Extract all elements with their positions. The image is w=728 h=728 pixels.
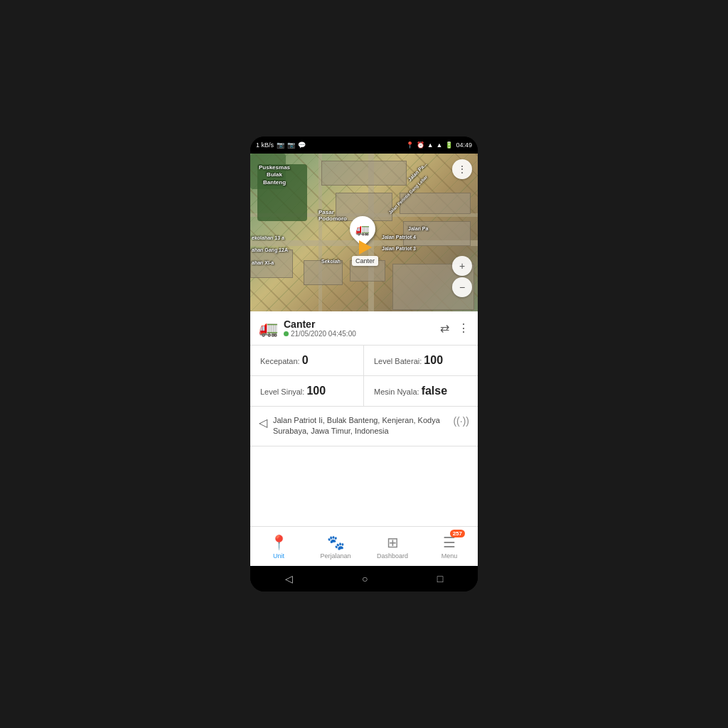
online-indicator bbox=[284, 331, 289, 336]
plus-icon: + bbox=[459, 260, 465, 272]
nav-dashboard-label: Dashboard bbox=[377, 552, 408, 560]
building-6 bbox=[304, 260, 343, 285]
zoom-controls: + − bbox=[452, 256, 472, 297]
vehicle-time: 21/05/2020 04:45:00 bbox=[284, 330, 440, 338]
instagram-icon: 📷 bbox=[277, 141, 284, 149]
stats-grid: Kecepatan: 0 Level Baterai: 100 Level Si… bbox=[250, 346, 478, 407]
nav-unit-label: Unit bbox=[273, 552, 284, 560]
stat-label-1: Level Baterai: bbox=[374, 357, 424, 365]
unit-icon: 📍 bbox=[270, 534, 288, 551]
stat-value-0: 0 bbox=[302, 354, 309, 366]
vehicle-info: Canter 21/05/2020 04:45:00 bbox=[284, 318, 440, 338]
menu-badge: 257 bbox=[450, 530, 465, 537]
map-label-xi: ahan XI-a bbox=[252, 260, 274, 265]
recents-button[interactable]: □ bbox=[437, 573, 443, 584]
minus-icon: − bbox=[459, 282, 465, 293]
nav-menu[interactable]: 257 ☰ Menu bbox=[421, 527, 478, 566]
android-nav: ◁ ○ □ bbox=[250, 566, 478, 592]
map-label-patriot4: Jalan Patriot 4 bbox=[382, 235, 416, 240]
more-options-icon[interactable]: ⋮ bbox=[458, 321, 469, 335]
building-3 bbox=[400, 193, 471, 214]
route-icon[interactable]: ⇄ bbox=[440, 321, 449, 335]
nav-dashboard[interactable]: ⊞ Dashboard bbox=[364, 527, 421, 566]
whatsapp-icon: 💬 bbox=[298, 141, 306, 149]
camera-icon: 📷 bbox=[287, 141, 295, 149]
map-label-sekolah: Sekolah bbox=[321, 259, 341, 264]
dashboard-icon: ⊞ bbox=[387, 534, 399, 551]
address-text: Jalan Patriot Ii, Bulak Banteng, Kenjera… bbox=[273, 415, 447, 437]
stat-sinyal: Level Sinyal: 100 bbox=[250, 376, 364, 406]
truck-icon: 🚛 bbox=[355, 223, 370, 236]
vehicle-actions: ⇄ ⋮ bbox=[440, 321, 469, 335]
more-dots-icon: ⋮ bbox=[457, 164, 467, 175]
status-right: 📍 ⏰ ▲ ▲ 🔋 04:49 bbox=[406, 141, 472, 149]
stat-baterai: Level Baterai: 100 bbox=[364, 346, 478, 376]
bottom-nav: 📍 Unit 🐾 Perjalanan ⊞ Dashboard 257 ☰ Me… bbox=[250, 526, 478, 566]
vehicle-timestamp: 21/05/2020 04:45:00 bbox=[291, 330, 356, 338]
nav-unit[interactable]: 📍 Unit bbox=[250, 527, 307, 566]
broadcast-icon[interactable]: ((·)) bbox=[453, 415, 469, 427]
zoom-in-button[interactable]: + bbox=[452, 256, 472, 276]
zoom-out-button[interactable]: − bbox=[452, 277, 472, 297]
building-4 bbox=[403, 221, 471, 246]
map-label-patriot3: Jalan Patriot 3 bbox=[382, 246, 416, 251]
nav-menu-label: Menu bbox=[441, 552, 458, 560]
map-label-puskesmas: PuskesmasBulakBanteng bbox=[259, 164, 290, 186]
map-label-sekolahan: ekolahan 13 a bbox=[252, 235, 284, 240]
direction-arrow bbox=[359, 240, 372, 255]
vehicle-header: 🚛 Canter 21/05/2020 04:45:00 ⇄ ⋮ bbox=[250, 311, 478, 346]
map-area[interactable]: PuskesmasBulakBanteng PasarPodomoro ekol… bbox=[250, 154, 478, 311]
clock: 04:49 bbox=[456, 141, 472, 149]
vehicle-icon-display: 🚛 bbox=[259, 319, 278, 338]
status-bar: 1 kB/s 📷 📷 💬 📍 ⏰ ▲ ▲ 🔋 04:49 bbox=[250, 136, 478, 154]
map-label-gang12: ahan Gang 12A bbox=[252, 247, 288, 252]
home-button[interactable]: ○ bbox=[362, 573, 368, 584]
map-label-pasar: PasarPodomoro bbox=[318, 209, 347, 222]
stat-kecepatan: Kecepatan: 0 bbox=[250, 346, 364, 376]
data-speed: 1 kB/s bbox=[256, 141, 274, 149]
vehicle-name: Canter bbox=[284, 318, 440, 330]
navigation-icon: ◁ bbox=[259, 416, 267, 429]
direction-marker: Canter bbox=[352, 240, 378, 266]
stat-value-2: 100 bbox=[306, 385, 326, 397]
stat-label-2: Level Sinyal: bbox=[260, 387, 306, 396]
stat-value-3: false bbox=[422, 385, 447, 397]
location-icon: 📍 bbox=[406, 141, 414, 149]
stat-mesin: Mesin Nyala: false bbox=[364, 376, 478, 406]
marker-label: Canter bbox=[352, 256, 378, 266]
stat-value-1: 100 bbox=[424, 354, 443, 366]
truck-marker: 🚛 bbox=[350, 216, 375, 242]
stat-label-3: Mesin Nyala: bbox=[374, 387, 422, 396]
nav-perjalanan-label: Perjalanan bbox=[320, 552, 350, 560]
stat-label-0: Kecepatan: bbox=[260, 357, 302, 365]
alarm-icon: ⏰ bbox=[417, 141, 424, 149]
signal-icon: ▲ bbox=[437, 141, 443, 149]
nav-perjalanan[interactable]: 🐾 Perjalanan bbox=[307, 527, 364, 566]
building-1 bbox=[321, 161, 407, 186]
map-more-button[interactable]: ⋮ bbox=[452, 159, 472, 179]
battery-icon: 🔋 bbox=[445, 141, 453, 149]
status-left: 1 kB/s 📷 📷 💬 bbox=[256, 141, 306, 149]
address-row: ◁ Jalan Patriot Ii, Bulak Banteng, Kenje… bbox=[250, 407, 478, 446]
phone-frame: 1 kB/s 📷 📷 💬 📍 ⏰ ▲ ▲ 🔋 04:49 bbox=[250, 136, 478, 592]
back-button[interactable]: ◁ bbox=[285, 573, 293, 584]
info-panel: 🚛 Canter 21/05/2020 04:45:00 ⇄ ⋮ Kecepat… bbox=[250, 311, 478, 566]
wifi-icon: ▲ bbox=[427, 141, 434, 149]
spacer bbox=[250, 446, 478, 526]
perjalanan-icon: 🐾 bbox=[327, 534, 345, 551]
map-label-jalan-pa2: Jalan Pa bbox=[408, 226, 428, 231]
